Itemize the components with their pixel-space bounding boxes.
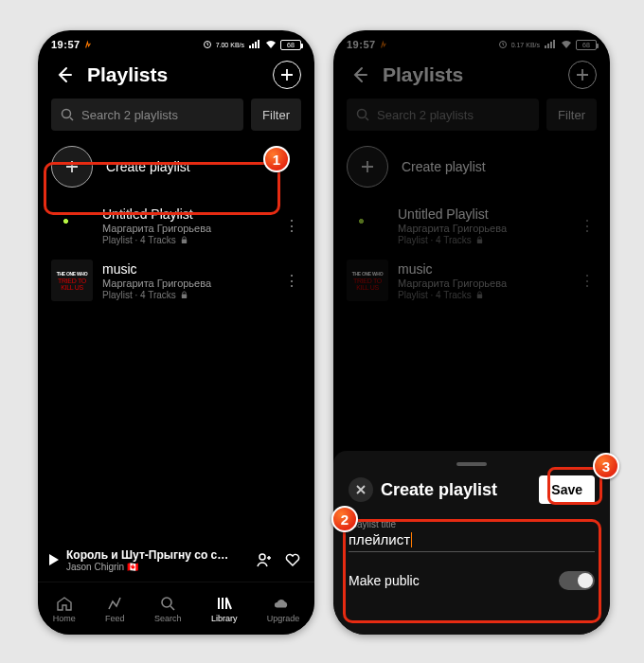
phone-screenshot-1: 19:57 7.00 KB/s 68 Playlists: [38, 30, 314, 635]
feed-icon: [106, 596, 123, 611]
back-button[interactable]: [347, 62, 373, 88]
lock-icon: [180, 236, 188, 244]
close-icon: [355, 484, 367, 495]
nav-feed[interactable]: Feed: [105, 595, 125, 623]
plus-icon: [280, 68, 294, 81]
nav-library[interactable]: Library: [211, 595, 238, 623]
clock: 19:57: [347, 39, 376, 50]
create-playlist-icon-button[interactable]: [347, 146, 388, 188]
callout-badge-3: 3: [593, 453, 619, 479]
playlist-more-button[interactable]: ⋮: [580, 217, 597, 235]
phone-screenshot-2: 19:57 0.17 KB/s 68 Playlists: [333, 30, 610, 635]
like-button[interactable]: [282, 549, 303, 570]
playlist-row[interactable]: THE ONE WHOTRIED TOKILL US music Маргари…: [38, 256, 314, 311]
add-playlist-button[interactable]: [568, 61, 597, 89]
text-cursor: [411, 532, 412, 547]
playlist-row[interactable]: Untitled Playlist Маргарита Григорьева P…: [38, 201, 314, 256]
heart-icon: [284, 552, 301, 567]
save-button[interactable]: Save: [539, 475, 595, 504]
net-speed: 7.00 KB/s: [216, 42, 244, 48]
back-button[interactable]: [51, 62, 78, 88]
net-speed: 0.17 KB/s: [511, 42, 540, 48]
search-input[interactable]: Search 2 playlists: [347, 99, 539, 131]
play-icon[interactable]: [49, 554, 59, 565]
page-title: Playlists: [383, 63, 559, 86]
svg-rect-8: [477, 239, 482, 243]
arrow-left-icon: [55, 65, 74, 84]
lock-icon: [475, 236, 484, 244]
playlist-row[interactable]: Untitled Playlist Маргарита Григорьева P…: [333, 201, 610, 256]
search-input[interactable]: Search 2 playlists: [51, 99, 243, 131]
playlist-more-button[interactable]: ⋮: [284, 272, 301, 290]
create-playlist-icon-button[interactable]: [51, 146, 93, 188]
signal-icon: [248, 40, 261, 49]
playlist-title-input[interactable]: плейлист: [349, 529, 595, 552]
bottom-nav: Home Feed Search Library Upgrade: [38, 582, 314, 635]
playlist-title: Untitled Playlist: [102, 206, 275, 222]
plus-icon: [360, 159, 375, 174]
nav-home[interactable]: Home: [53, 595, 76, 623]
make-public-toggle[interactable]: [559, 571, 595, 590]
add-playlist-button[interactable]: [273, 61, 301, 89]
search-icon: [160, 596, 175, 611]
filter-button[interactable]: Filter: [251, 99, 301, 131]
cast-button[interactable]: [254, 549, 275, 570]
library-icon: [216, 596, 233, 611]
flag-icon: 🇨🇦: [127, 562, 138, 572]
lock-icon: [475, 291, 484, 299]
wifi-icon: [561, 40, 572, 49]
arrow-left-icon: [350, 65, 369, 84]
playlist-author: Маргарита Григорьева: [102, 277, 275, 290]
cloud-icon: [274, 598, 293, 609]
create-playlist-label: Create playlist: [106, 159, 190, 174]
alarm-icon: [498, 40, 508, 49]
search-icon: [356, 108, 369, 121]
playlist-thumbnail: [51, 205, 93, 246]
make-public-label: Make public: [349, 573, 420, 588]
svg-rect-2: [182, 239, 187, 243]
playlist-row[interactable]: THE ONE WHOTRIED TOKILL US music Маргари…: [333, 256, 610, 311]
nav-upgrade[interactable]: Upgrade: [267, 595, 300, 623]
playlist-meta: Playlist · 4 Tracks: [102, 235, 176, 245]
playlist-author: Маргарита Григорьева: [102, 222, 275, 235]
battery-icon: 68: [280, 40, 301, 50]
search-placeholder: Search 2 playlists: [81, 108, 178, 122]
battery-icon: 68: [576, 40, 597, 50]
svg-rect-9: [477, 294, 482, 298]
page-title: Playlists: [87, 63, 263, 86]
svg-rect-3: [182, 294, 187, 298]
create-playlist-row[interactable]: Create playlist: [333, 142, 610, 201]
home-icon: [56, 596, 73, 611]
status-bar: 19:57 7.00 KB/s 68: [38, 30, 314, 55]
svg-point-5: [162, 598, 171, 607]
soundcloud-indicator-icon: [381, 40, 386, 50]
soundcloud-indicator-icon: [85, 40, 91, 50]
nowplaying-artist: Jason Chigrin: [66, 562, 124, 572]
playlist-more-button[interactable]: ⋮: [284, 217, 301, 235]
playlist-thumbnail: THE ONE WHOTRIED TOKILL US: [347, 260, 388, 301]
alarm-icon: [203, 40, 212, 49]
playlist-title-label: Playlist title: [349, 519, 595, 529]
playlist-title: music: [102, 261, 275, 277]
playlist-thumbnail: THE ONE WHOTRIED TOKILL US: [51, 260, 93, 301]
status-bar: 19:57 0.17 KB/s 68: [333, 30, 610, 55]
plus-icon: [576, 68, 589, 81]
nav-search[interactable]: Search: [154, 595, 182, 623]
clock: 19:57: [51, 39, 80, 50]
wifi-icon: [265, 40, 277, 49]
svg-point-7: [358, 110, 367, 118]
sheet-close-button[interactable]: [349, 477, 373, 502]
sheet-title: Create playlist: [381, 480, 531, 500]
svg-point-1: [63, 110, 71, 118]
callout-badge-1: 1: [263, 146, 290, 172]
filter-button[interactable]: Filter: [546, 99, 597, 131]
signal-icon: [544, 40, 557, 49]
user-plus-icon: [256, 552, 273, 567]
now-playing-bar[interactable]: Король и Шут-Прыгну со с… Jason Chigrin🇨…: [38, 538, 314, 582]
create-playlist-sheet: Create playlist Save Playlist title плей…: [333, 451, 610, 635]
nowplaying-title: Король и Шут-Прыгну со с…: [66, 548, 246, 562]
playlist-meta: Playlist · 4 Tracks: [102, 290, 176, 300]
playlist-more-button[interactable]: ⋮: [580, 272, 597, 290]
playlist-thumbnail: [347, 205, 388, 246]
sheet-grip[interactable]: [456, 462, 487, 466]
